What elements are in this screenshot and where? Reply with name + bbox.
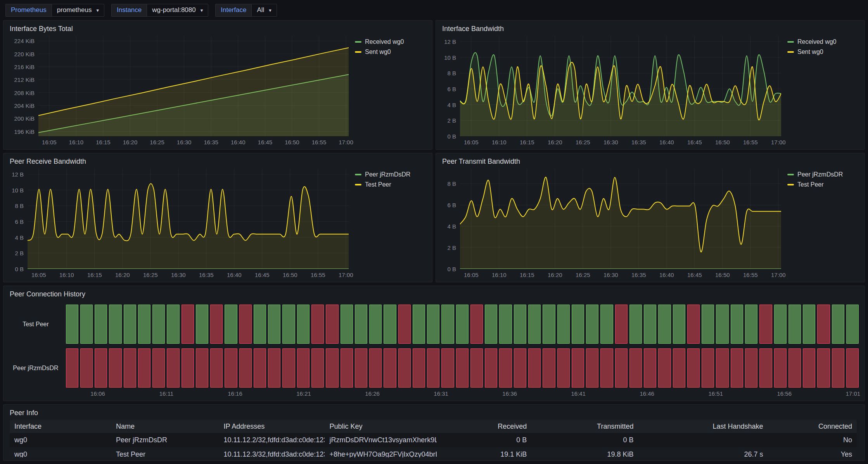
state-bar-connected: [138, 305, 150, 344]
x-tick-label: 16:30: [603, 272, 618, 278]
var-select-interface[interactable]: All ▾: [251, 4, 277, 17]
chart-plot-wrap: 12 B10 B8 B6 B4 B2 B0 B: [439, 36, 781, 136]
x-tick-label: 16:40: [659, 272, 674, 278]
state-bar-connected: [369, 305, 382, 344]
column-header[interactable]: Transmitted: [531, 420, 638, 433]
x-tick-label: 16:30: [171, 272, 186, 278]
state-bar-disconnected: [355, 348, 367, 388]
timeline-x-axis: 16:0616:1116:1616:2116:2616:3116:3616:41…: [65, 388, 860, 398]
panel-title[interactable]: Interface Bytes Total: [3, 21, 432, 35]
series: [460, 53, 781, 136]
column-header[interactable]: Connected: [768, 420, 857, 433]
legend-item[interactable]: Sent wg0: [787, 48, 823, 56]
x-tick-label: 16:50: [285, 139, 299, 145]
var-select-prometheus[interactable]: prometheus ▾: [52, 4, 104, 17]
state-bar-connected: [745, 305, 757, 344]
state-bar-connected: [543, 305, 555, 344]
state-bar-connected: [225, 305, 237, 344]
var-select-instance[interactable]: wg-portal:8080 ▾: [147, 4, 208, 17]
state-bar-disconnected: [95, 348, 107, 388]
legend-item[interactable]: Received wg0: [355, 38, 404, 46]
panel-title[interactable]: Peer Receive Bandwidth: [3, 153, 432, 168]
y-tick-label: 212 KiB: [14, 76, 35, 83]
state-bar-disconnected: [803, 348, 815, 388]
state-bar-disconnected: [543, 348, 555, 388]
legend-series-marker: [787, 174, 794, 175]
panel-title[interactable]: Peer Info: [3, 405, 865, 419]
chart-main: 8 B6 B4 B2 B0 B16:0516:1016:1516:2016:25…: [439, 169, 781, 279]
legend-item[interactable]: Peer jRzmDsDR: [355, 170, 410, 179]
plot-area: [460, 36, 781, 136]
state-bar-connected: [528, 305, 541, 344]
timeline-rows: Test PeerPeer jRzmDsDR: [7, 301, 860, 388]
series: [28, 184, 349, 269]
state-bar-connected: [297, 305, 310, 344]
table-header: InterfaceNameIP AddressesPublic KeyRecei…: [10, 420, 857, 433]
time-series-chart: 8 B6 B4 B2 B0 B16:0516:1016:1516:2016:25…: [436, 168, 865, 282]
panel-title[interactable]: Interface Bandwidth: [436, 21, 865, 35]
chevron-down-icon: ▾: [96, 8, 99, 13]
legend-item[interactable]: Received wg0: [787, 38, 837, 46]
state-bar-connected: [66, 305, 78, 344]
x-tick-label: 16:35: [199, 272, 214, 278]
chart-canvas: [460, 169, 781, 269]
x-tick-label: 16:46: [640, 390, 654, 397]
panel-peer-transmit-bandwidth: Peer Transmit Bandwidth 8 B6 B4 B2 B0 B1…: [436, 153, 865, 282]
column-header[interactable]: Name: [111, 420, 219, 433]
table-row: wg0Test Peer10.11.12.3/32,fdfd:d3ad:c0de…: [10, 447, 857, 457]
y-tick-label: 200 KiB: [14, 115, 35, 122]
timeline-bars: [65, 348, 860, 388]
timeline-row-label: Test Peer: [7, 305, 65, 344]
state-bar-disconnected: [398, 305, 411, 344]
panel-title[interactable]: Peer Connection History: [3, 286, 865, 301]
timeline-body: Test PeerPeer jRzmDsDR16:0616:1116:1616:…: [7, 301, 860, 398]
legend-item[interactable]: Peer jRzmDsDR: [787, 170, 843, 179]
x-tick-label: 16:50: [283, 272, 297, 278]
legend-item[interactable]: Sent wg0: [355, 48, 391, 56]
column-header[interactable]: Received: [437, 420, 532, 433]
legend-series-marker: [787, 51, 794, 53]
state-bar-disconnected: [817, 348, 830, 388]
x-tick-label: 16:20: [123, 139, 138, 145]
y-tick-label: 4 B: [15, 234, 24, 241]
column-header[interactable]: Last Handshake: [638, 420, 768, 433]
y-axis: 12 B10 B8 B6 B4 B2 B0 B: [7, 169, 28, 269]
y-tick-label: 6 B: [15, 218, 24, 225]
state-bar-disconnected: [702, 348, 714, 388]
column-header[interactable]: Public Key: [325, 420, 436, 433]
x-tick-label: 16:50: [715, 272, 730, 278]
column-header[interactable]: IP Addresses: [219, 420, 325, 433]
x-tick-label: 16:36: [502, 390, 517, 397]
column-header[interactable]: Interface: [10, 420, 111, 433]
state-bar-disconnected: [615, 348, 628, 388]
x-tick-label: 16:45: [255, 272, 270, 278]
legend-item[interactable]: Test Peer: [355, 180, 391, 189]
state-bar-disconnected: [615, 305, 628, 344]
state-bar-disconnected: [687, 305, 700, 344]
state-bar-connected: [441, 305, 454, 344]
y-tick-label: 8 B: [447, 180, 456, 187]
x-axis: 16:0516:1016:1516:2016:2516:3016:3516:40…: [28, 269, 349, 279]
table-cell: Yes: [768, 447, 857, 457]
series-area: [38, 48, 349, 136]
legend-item[interactable]: Test Peer: [787, 180, 824, 189]
x-tick-label: 16:55: [312, 139, 327, 145]
state-bar-connected: [268, 305, 280, 344]
var-value-text: prometheus: [57, 6, 92, 14]
x-tick-label: 16:55: [743, 139, 758, 145]
x-tick-label: 16:25: [150, 139, 164, 145]
x-tick-label: 16:25: [576, 139, 590, 145]
x-tick-label: 16:40: [231, 139, 246, 145]
panel-title[interactable]: Peer Transmit Bandwidth: [436, 153, 865, 168]
state-bar-connected: [716, 305, 728, 344]
panel-grid: Interface Bytes Total 224 KiB220 KiB216 …: [3, 20, 865, 461]
y-tick-label: 204 KiB: [14, 102, 35, 109]
x-tick-label: 16:40: [227, 272, 242, 278]
state-bar-connected: [673, 305, 685, 344]
series-area: [28, 184, 349, 269]
y-tick-label: 10 B: [444, 54, 456, 61]
x-tick-label: 16:16: [228, 390, 242, 397]
legend-series-label: Received wg0: [797, 38, 837, 46]
legend-series-marker: [355, 51, 361, 53]
state-bar-disconnected: [644, 348, 656, 388]
